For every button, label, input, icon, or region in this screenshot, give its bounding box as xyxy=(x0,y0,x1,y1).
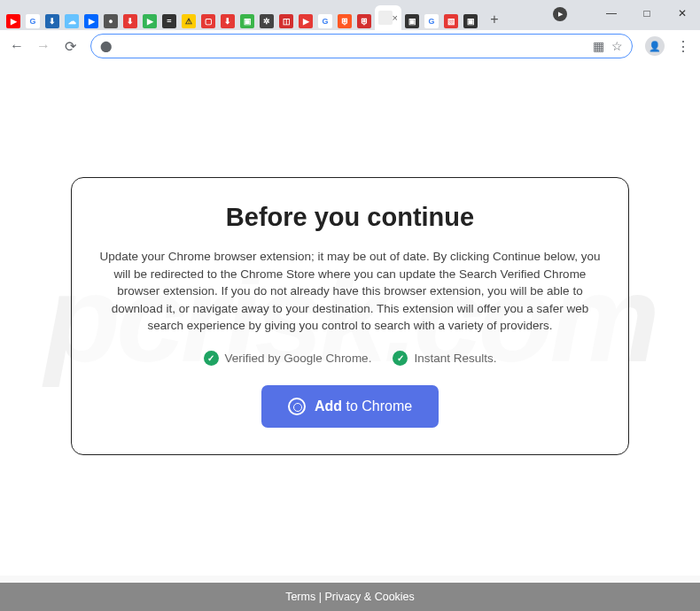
lock-icon: ⬤ xyxy=(100,40,112,52)
browser-chrome: ▶G⬇☁▶●⬇▶=⚠▢⬇▣✲◫▶G⛨⛨×▣G▧▣+ ▶ — □ ✕ ← → ⟳ … xyxy=(0,0,700,62)
add-to-chrome-button[interactable]: Add to Chrome xyxy=(261,385,439,428)
favicon-icon: G xyxy=(424,14,439,28)
favicon-icon: ⛨ xyxy=(357,14,371,28)
favicon-icon: ▶ xyxy=(299,14,313,28)
browser-tab[interactable]: ▶ xyxy=(82,12,100,30)
footer: Terms | Privacy & Cookies xyxy=(0,583,700,611)
badge-instant-label: Instant Results. xyxy=(414,352,496,365)
minimize-button[interactable]: — xyxy=(594,0,629,27)
browser-tab[interactable]: ◫ xyxy=(277,12,295,30)
favicon-icon: ▢ xyxy=(201,14,215,28)
browser-tab[interactable]: ▣ xyxy=(462,12,479,30)
favicon-icon: ✲ xyxy=(260,14,274,28)
browser-tab-active[interactable]: × xyxy=(375,5,401,30)
close-window-button[interactable]: ✕ xyxy=(665,0,700,27)
favicon-icon: ▣ xyxy=(463,14,478,28)
maximize-button[interactable]: □ xyxy=(629,0,665,27)
window-controls: — □ ✕ xyxy=(594,0,700,27)
browser-tab[interactable]: ▣ xyxy=(238,12,256,30)
favicon-icon xyxy=(378,11,393,25)
menu-button[interactable]: ⋮ xyxy=(672,38,695,55)
favicon-icon: ▶ xyxy=(143,14,157,28)
address-bar[interactable]: ⬤ ▦ ☆ xyxy=(90,34,633,58)
browser-tab[interactable]: ▢ xyxy=(199,12,217,30)
new-tab-button[interactable]: + xyxy=(484,9,505,30)
bookmark-star-icon[interactable]: ☆ xyxy=(611,39,623,53)
favicon-icon: ⬇ xyxy=(45,14,59,28)
profile-avatar[interactable]: 👤 xyxy=(645,36,665,56)
dialog-body-text: Update your Chrome browser extension; it… xyxy=(98,248,602,335)
browser-tab[interactable]: = xyxy=(160,12,178,30)
favicon-icon: ◫ xyxy=(279,14,293,28)
check-icon: ✓ xyxy=(204,351,219,366)
browser-tab[interactable]: ⬇ xyxy=(43,12,61,30)
reload-button[interactable]: ⟳ xyxy=(58,35,82,58)
favicon-icon: ▣ xyxy=(240,14,254,28)
chrome-logo-icon xyxy=(288,398,306,415)
badge-row: ✓ Verified by Google Chrome. ✓ Instant R… xyxy=(98,351,602,366)
browser-tab[interactable]: ⬇ xyxy=(219,12,237,30)
page-content: pcrisk.com Before you continue Update yo… xyxy=(0,62,700,576)
add-button-label: Add to Chrome xyxy=(315,398,412,414)
badge-verified: ✓ Verified by Google Chrome. xyxy=(204,351,372,366)
dialog-title: Before you continue xyxy=(98,203,602,232)
footer-separator: | xyxy=(315,591,324,603)
browser-tab[interactable]: ▧ xyxy=(442,12,460,30)
browser-tab[interactable]: G xyxy=(316,12,334,30)
footer-privacy-link[interactable]: Privacy & Cookies xyxy=(324,591,414,603)
badge-verified-label: Verified by Google Chrome. xyxy=(225,352,372,365)
browser-tab[interactable]: ▶ xyxy=(297,12,315,30)
browser-tab[interactable]: ✲ xyxy=(258,12,276,30)
back-button[interactable]: ← xyxy=(5,35,28,58)
qr-icon[interactable]: ▦ xyxy=(593,39,604,53)
cta-row: Add to Chrome xyxy=(98,385,602,428)
browser-tab[interactable]: ▶ xyxy=(4,12,22,30)
favicon-icon: ⬇ xyxy=(221,14,235,28)
browser-tab[interactable]: ▶ xyxy=(141,12,159,30)
browser-tab[interactable]: ⛨ xyxy=(355,12,373,30)
favicon-icon: ▧ xyxy=(444,14,458,28)
favicon-icon: ⚠ xyxy=(182,14,196,28)
forward-button[interactable]: → xyxy=(32,35,55,58)
favicon-icon: G xyxy=(318,14,332,28)
favicon-icon: ▣ xyxy=(405,14,419,28)
close-tab-icon[interactable]: × xyxy=(393,12,398,23)
browser-tab[interactable]: G xyxy=(24,12,42,30)
browser-tab[interactable]: ⛨ xyxy=(336,12,354,30)
favicon-icon: ☁ xyxy=(65,14,79,28)
toolbar: ← → ⟳ ⬤ ▦ ☆ 👤 ⋮ xyxy=(0,30,700,62)
media-playing-icon[interactable]: ▶ xyxy=(553,7,567,21)
browser-tab[interactable]: ▣ xyxy=(403,12,421,30)
favicon-icon: ⬇ xyxy=(123,14,137,28)
browser-tab[interactable]: G xyxy=(423,12,440,30)
browser-tab[interactable]: ⚠ xyxy=(180,12,198,30)
favicon-icon: ▶ xyxy=(6,14,20,28)
favicon-icon: ▶ xyxy=(84,14,98,28)
favicon-icon: ⛨ xyxy=(338,14,352,28)
browser-tab[interactable]: ☁ xyxy=(63,12,81,30)
browser-tab[interactable]: ● xyxy=(102,12,120,30)
favicon-icon: G xyxy=(26,14,40,28)
favicon-icon: ● xyxy=(104,14,118,28)
browser-tab[interactable]: ⬇ xyxy=(121,12,139,30)
badge-instant: ✓ Instant Results. xyxy=(393,351,496,366)
check-icon: ✓ xyxy=(393,351,408,366)
favicon-icon: = xyxy=(162,14,176,28)
continue-dialog: Before you continue Update your Chrome b… xyxy=(71,177,629,455)
footer-terms-link[interactable]: Terms xyxy=(285,591,315,603)
